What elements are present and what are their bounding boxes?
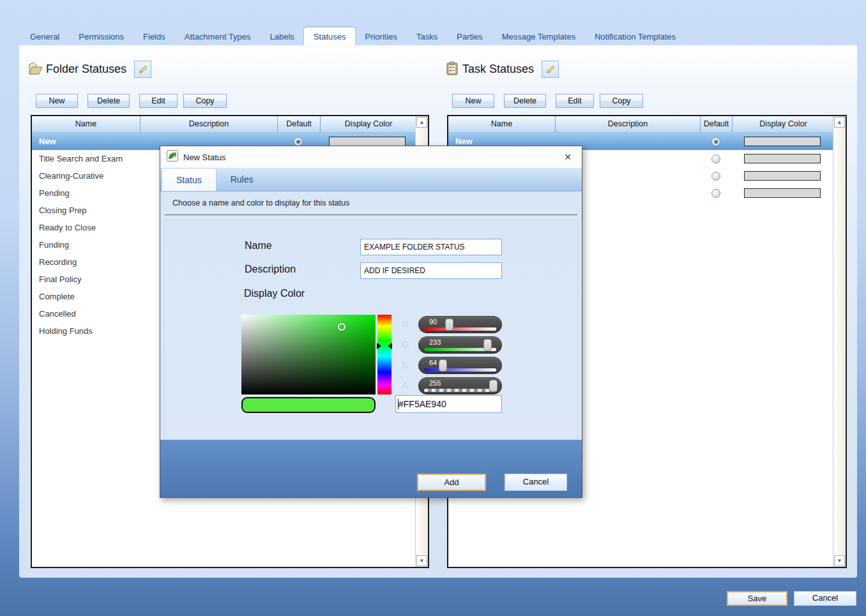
hue-slider[interactable] (377, 315, 391, 394)
dialog-cancel-button[interactable]: Cancel (505, 474, 567, 491)
red-slider-track[interactable]: 90 (418, 316, 502, 333)
status-name: Complete (32, 292, 140, 301)
status-name: Closing Prep (32, 206, 140, 215)
task-copy-button[interactable]: Copy (600, 94, 643, 108)
dialog-titlebar: New Status ✕ (160, 146, 582, 168)
status-name: Pending (32, 188, 140, 198)
description-input[interactable]: ADD IF DESIRED (360, 262, 502, 279)
name-input[interactable]: EXAMPLE FOLDER STATUS (360, 239, 502, 255)
default-radio[interactable] (711, 137, 720, 146)
tab-general[interactable]: General (20, 27, 69, 46)
column-header-description[interactable]: Description (141, 116, 278, 132)
display-color-cell (732, 154, 833, 163)
tab-statuses[interactable]: Statuses (304, 27, 356, 46)
app-leaf-icon (167, 150, 178, 164)
blue-slider-value: 64 (429, 359, 437, 366)
default-radio[interactable] (711, 154, 720, 163)
scroll-up-icon[interactable]: ▲ (416, 117, 427, 128)
task-statuses-title: Task Statuses (462, 63, 534, 76)
tab-parties[interactable]: Parties (447, 27, 492, 46)
column-header-default[interactable]: Default (701, 116, 733, 132)
new-status-dialog: New Status ✕ StatusRules Choose a name a… (160, 146, 582, 498)
column-header-description[interactable]: Description (556, 116, 701, 132)
folder-new-button[interactable]: New (36, 94, 78, 108)
alpha-slider-track[interactable]: 255 (418, 377, 502, 394)
status-name: Title Search and Exam (32, 154, 140, 163)
display-color-box (744, 137, 821, 146)
folder-delete-button[interactable]: Delete (87, 94, 130, 108)
display-color-box (744, 171, 821, 181)
display-color-box (744, 154, 821, 163)
red-gradient-strip (424, 327, 496, 331)
column-header-display-color[interactable]: Display Color (733, 116, 834, 132)
green-slider-track[interactable]: 233 (418, 336, 502, 354)
add-button[interactable]: Add (417, 474, 486, 491)
tab-priorities[interactable]: Priorities (355, 27, 407, 46)
folder-statuses-title: Folder Statuses (46, 63, 126, 76)
tab-tasks[interactable]: Tasks (407, 27, 447, 46)
status-name: New (32, 137, 140, 146)
saturation-value-picker[interactable] (241, 315, 376, 394)
close-icon[interactable]: ✕ (561, 151, 574, 163)
default-radio[interactable] (294, 137, 303, 146)
task-statuses-edit-button[interactable] (542, 61, 559, 78)
scroll-up-icon[interactable]: ▲ (834, 117, 845, 128)
status-name: New (448, 137, 555, 146)
name-label: Name (245, 240, 272, 252)
tab-fields[interactable]: Fields (133, 27, 175, 46)
page-cancel-button[interactable]: Cancel (794, 591, 856, 606)
folder-edit-button[interactable]: Edit (139, 94, 178, 108)
hue-arrow-right-icon (388, 343, 392, 349)
alpha-slider-value: 255 (429, 379, 441, 387)
task-edit-button[interactable]: Edit (556, 94, 594, 108)
tab-labels[interactable]: Labels (261, 27, 304, 46)
folder-statuses-edit-button[interactable] (134, 61, 151, 78)
settings-page: GeneralPermissionsFieldsAttachment Types… (0, 0, 866, 616)
folder-copy-button[interactable]: Copy (183, 94, 227, 108)
display-color-cell (732, 137, 833, 146)
task-delete-button[interactable]: Delete (504, 94, 546, 108)
tab-notification-templates[interactable]: Notification Templates (585, 27, 685, 46)
default-radio[interactable] (711, 172, 720, 181)
column-header-name[interactable]: Name (448, 116, 556, 132)
alpha-slider-thumb[interactable] (489, 380, 498, 392)
blue-slider-thumb[interactable] (439, 359, 447, 372)
column-header-default[interactable]: Default (278, 116, 321, 132)
default-radio[interactable] (711, 189, 720, 198)
dialog-tab-rules[interactable]: Rules (216, 168, 268, 191)
tab-attachment-types[interactable]: Attachment Types (175, 27, 261, 46)
save-button[interactable]: Save (727, 591, 787, 606)
blue-slider-label: B (402, 359, 408, 370)
red-slider-thumb[interactable] (445, 319, 453, 331)
tab-message-templates[interactable]: Message Templates (492, 27, 585, 46)
clipboard-icon (446, 61, 460, 78)
status-name: Cancelled (32, 309, 140, 319)
blue-gradient-strip (424, 368, 496, 372)
default-cell (700, 154, 732, 163)
green-slider-label: G (402, 339, 409, 350)
tab-permissions[interactable]: Permissions (69, 27, 133, 46)
task-new-button[interactable]: New (452, 94, 494, 108)
task-statuses-header: Task Statuses (446, 61, 559, 78)
default-cell (700, 189, 732, 198)
folder-icon (28, 61, 43, 78)
color-cursor[interactable] (338, 323, 346, 331)
column-header-name[interactable]: Name (32, 116, 141, 132)
scroll-down-icon[interactable]: ▼ (834, 555, 845, 566)
red-slider-row: R90 (402, 316, 568, 333)
dialog-title: New Status (183, 153, 225, 162)
task-table-scrollbar[interactable]: ▲ ▼ (833, 116, 846, 567)
pencil-icon (545, 64, 556, 75)
description-label: Description (245, 264, 296, 275)
column-header-display-color[interactable]: Display Color (321, 116, 416, 132)
status-name: Funding (32, 240, 140, 250)
scroll-down-icon[interactable]: ▼ (416, 555, 427, 566)
blue-slider-track[interactable]: 64 (418, 357, 502, 374)
color-preview-swatch (241, 397, 376, 413)
display-color-box (329, 137, 406, 146)
green-slider-thumb[interactable] (483, 339, 492, 351)
dialog-tab-status[interactable]: Status (162, 168, 216, 191)
default-cell (700, 172, 732, 181)
default-cell (700, 137, 732, 146)
hex-color-input[interactable]: #FF5AE940 (395, 395, 502, 413)
